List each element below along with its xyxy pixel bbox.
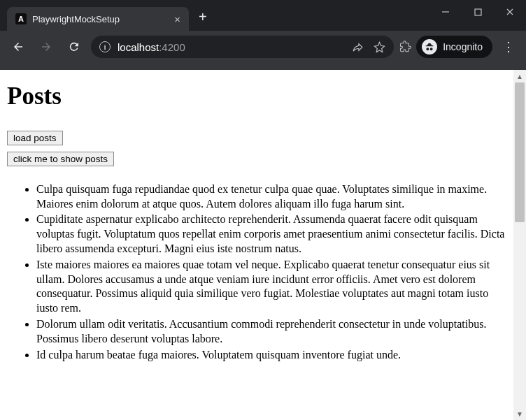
url-port: :4200 — [159, 41, 185, 53]
close-tab-icon[interactable]: × — [174, 14, 180, 24]
list-item: Iste maiores maiores ea maiores quae tot… — [36, 258, 506, 316]
list-item: Culpa quisquam fuga repudiandae quod ex … — [36, 182, 506, 212]
tab-title: PlaywrightMockSetup — [32, 14, 120, 24]
browser-tab[interactable]: A PlaywrightMockSetup × — [7, 7, 189, 31]
address-bar[interactable]: i localhost:4200 — [91, 36, 394, 58]
list-item: Id culpa harum beatae fuga maiores. Volu… — [36, 348, 506, 363]
close-window-icon[interactable] — [494, 0, 526, 24]
browser-toolbar: i localhost:4200 Incognito ⋮ — [0, 31, 526, 63]
bookmark-icon[interactable] — [374, 41, 385, 53]
scrollbar-thumb[interactable] — [515, 82, 525, 222]
page-viewport: Posts load posts click me to show posts … — [0, 70, 526, 420]
extensions-icon[interactable] — [399, 41, 411, 53]
browser-titlebar: A PlaywrightMockSetup × + — [0, 0, 526, 31]
incognito-indicator[interactable]: Incognito — [416, 36, 492, 58]
incognito-icon — [422, 39, 437, 55]
vertical-scrollbar[interactable]: ▲ ▼ — [513, 70, 526, 420]
reload-button[interactable] — [63, 36, 85, 58]
scroll-down-icon[interactable]: ▼ — [513, 407, 526, 420]
scroll-up-icon[interactable]: ▲ — [513, 70, 526, 82]
minimize-icon[interactable] — [429, 0, 462, 24]
show-posts-button[interactable]: click me to show posts — [7, 152, 114, 166]
menu-button[interactable]: ⋮ — [498, 39, 519, 55]
tab-favicon: A — [15, 13, 27, 24]
url-text: localhost:4200 — [118, 41, 185, 53]
maximize-icon[interactable] — [462, 0, 494, 24]
new-tab-button[interactable]: + — [199, 9, 207, 25]
share-icon[interactable] — [352, 41, 364, 53]
page-title: Posts — [7, 82, 506, 110]
incognito-label: Incognito — [443, 41, 483, 52]
back-button[interactable] — [7, 36, 29, 58]
list-item: Dolorum ullam odit veritatis. Accusantiu… — [36, 317, 506, 347]
page-content: Posts load posts click me to show posts … — [0, 70, 513, 420]
load-posts-button[interactable]: load posts — [7, 131, 63, 145]
posts-list: Culpa quisquam fuga repudiandae quod ex … — [7, 182, 506, 363]
list-item: Cupiditate aspernatur explicabo architec… — [36, 212, 506, 256]
window-controls — [429, 0, 526, 24]
url-host: localhost — [118, 41, 159, 53]
svg-rect-1 — [475, 9, 481, 15]
site-info-icon[interactable]: i — [99, 41, 111, 52]
forward-button[interactable] — [35, 36, 57, 58]
